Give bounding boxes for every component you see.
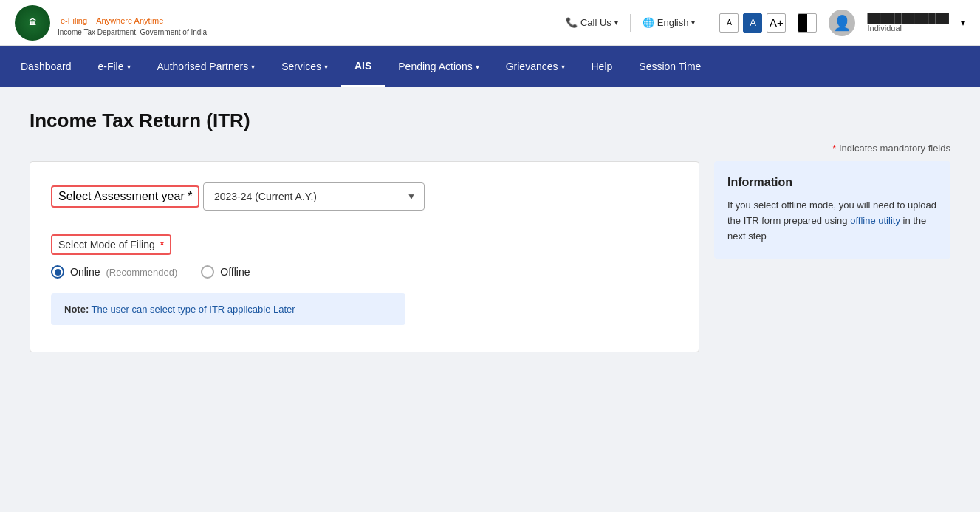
nav-ais[interactable]: AIS bbox=[341, 46, 385, 87]
nav-dashboard-label: Dashboard bbox=[21, 61, 72, 72]
mode-label: Select Mode of Filing * bbox=[51, 234, 171, 255]
mandatory-text: Indicates mandatory fields bbox=[839, 143, 950, 154]
mode-online-label: Online bbox=[70, 266, 100, 278]
note-box: Note: The user can select type of ITR ap… bbox=[51, 293, 405, 325]
language-label: English bbox=[657, 17, 689, 28]
assessment-year-req: * bbox=[188, 190, 192, 202]
nav-help-label: Help bbox=[592, 61, 613, 72]
mode-offline-label: Offline bbox=[220, 266, 250, 278]
mode-section: Select Mode of Filing * Online (Recommen… bbox=[51, 234, 678, 325]
nav-help[interactable]: Help bbox=[578, 46, 626, 87]
lang-chevron-icon: ▾ bbox=[691, 18, 695, 27]
nav-services-chevron: ▾ bbox=[324, 63, 328, 71]
phone-icon: 📞 bbox=[566, 17, 578, 28]
mode-online-radio[interactable] bbox=[51, 265, 64, 279]
nav-dashboard[interactable]: Dashboard bbox=[7, 46, 85, 87]
assessment-year-select[interactable]: 2023-24 (Current A.Y.) 2022-23 2021-22 2… bbox=[203, 182, 425, 211]
info-text: If you select offline mode, you will nee… bbox=[727, 198, 937, 244]
call-us-label: Call Us bbox=[580, 17, 611, 28]
logo-text: e-Filing Anywhere Anytime Income Tax Dep… bbox=[58, 9, 207, 36]
nav-authorised-partners[interactable]: Authorised Partners ▾ bbox=[144, 46, 269, 87]
nav-session-label: Session Time bbox=[639, 61, 701, 72]
info-link: offline utility bbox=[850, 215, 900, 226]
assessment-year-field: Select Assessment year * 2023-24 (Curren… bbox=[51, 182, 678, 228]
nav-efile-chevron: ▾ bbox=[127, 63, 131, 71]
divider-1 bbox=[630, 14, 631, 32]
font-large-button[interactable]: A+ bbox=[767, 13, 786, 33]
font-small-button[interactable]: A bbox=[719, 13, 739, 33]
user-type: Individual bbox=[867, 24, 949, 33]
nav-ais-label: AIS bbox=[354, 60, 371, 72]
user-chevron-icon: ▾ bbox=[961, 18, 965, 28]
language-button[interactable]: 🌐 English ▾ bbox=[643, 17, 696, 28]
font-medium-button[interactable]: A bbox=[743, 13, 762, 33]
form-card: Select Assessment year * 2023-24 (Curren… bbox=[30, 161, 699, 352]
mode-offline-radio[interactable] bbox=[201, 265, 214, 279]
note-link-text: The user can select type of ITR applicab… bbox=[92, 304, 295, 315]
nav-pending-actions-label: Pending Actions bbox=[398, 61, 472, 72]
assessment-year-select-wrap: 2023-24 (Current A.Y.) 2022-23 2021-22 2… bbox=[203, 182, 425, 211]
main-nav: Dashboard e-File ▾ Authorised Partners ▾… bbox=[0, 46, 980, 87]
nav-session-time[interactable]: Session Time bbox=[626, 46, 714, 87]
top-bar: 🏛 e-Filing Anywhere Anytime Income Tax D… bbox=[0, 0, 980, 46]
nav-authorised-chevron: ▾ bbox=[251, 63, 255, 71]
logo-dept: Income Tax Department, Government of Ind… bbox=[58, 28, 207, 36]
info-title: Information bbox=[727, 176, 937, 189]
mode-req: * bbox=[160, 239, 164, 250]
globe-icon: 🌐 bbox=[643, 17, 654, 28]
nav-authorised-partners-label: Authorised Partners bbox=[157, 61, 249, 72]
user-name: ████████████ bbox=[867, 13, 949, 24]
logo-tagline: Anywhere Anytime bbox=[96, 16, 163, 25]
form-grid: Select Assessment year * 2023-24 (Curren… bbox=[30, 161, 950, 352]
call-chevron-icon: ▾ bbox=[614, 18, 618, 27]
nav-grievances[interactable]: Grievances ▾ bbox=[493, 46, 578, 87]
nav-efile-label: e-File bbox=[98, 61, 124, 72]
nav-efile[interactable]: e-File ▾ bbox=[85, 46, 144, 87]
user-info[interactable]: ████████████ Individual bbox=[867, 13, 949, 33]
mandatory-note: * Indicates mandatory fields bbox=[30, 143, 950, 154]
nav-services-label: Services bbox=[281, 61, 321, 72]
page-title: Income Tax Return (ITR) bbox=[30, 109, 950, 132]
divider-2 bbox=[707, 14, 707, 32]
logo-efiling-main: e-Filing bbox=[61, 16, 87, 25]
nav-pending-chevron: ▾ bbox=[476, 63, 479, 71]
main-content: Income Tax Return (ITR) * Indicates mand… bbox=[0, 87, 980, 512]
font-size-controls: A A A+ bbox=[719, 13, 786, 33]
call-us-button[interactable]: 📞 Call Us ▾ bbox=[566, 17, 618, 28]
mode-text: Select Mode of Filing bbox=[58, 239, 155, 250]
contrast-button[interactable] bbox=[798, 13, 817, 33]
info-card: Information If you select offline mode, … bbox=[714, 161, 950, 259]
logo-emblem: 🏛 bbox=[15, 5, 50, 41]
mode-radio-group: Online (Recommended) Offline bbox=[51, 265, 678, 279]
avatar: 👤 bbox=[829, 10, 855, 36]
mandatory-asterisk: * bbox=[832, 143, 836, 154]
nav-grievances-label: Grievances bbox=[506, 61, 558, 72]
logo-area: 🏛 e-Filing Anywhere Anytime Income Tax D… bbox=[15, 5, 207, 41]
assessment-year-label: Select Assessment year * bbox=[51, 185, 199, 208]
mode-offline-option[interactable]: Offline bbox=[201, 265, 250, 279]
mode-online-option[interactable]: Online (Recommended) bbox=[51, 265, 177, 279]
top-right: 📞 Call Us ▾ 🌐 English ▾ A A A+ 👤 ███████… bbox=[566, 10, 965, 36]
nav-services[interactable]: Services ▾ bbox=[268, 46, 341, 87]
assessment-year-text: Select Assessment year bbox=[58, 190, 185, 202]
nav-pending-actions[interactable]: Pending Actions ▾ bbox=[385, 46, 492, 87]
note-prefix: Note: bbox=[64, 304, 89, 315]
mode-online-sublabel: (Recommended) bbox=[106, 267, 177, 278]
logo-efiling: e-Filing Anywhere Anytime bbox=[58, 9, 207, 28]
nav-grievances-chevron: ▾ bbox=[561, 63, 565, 71]
